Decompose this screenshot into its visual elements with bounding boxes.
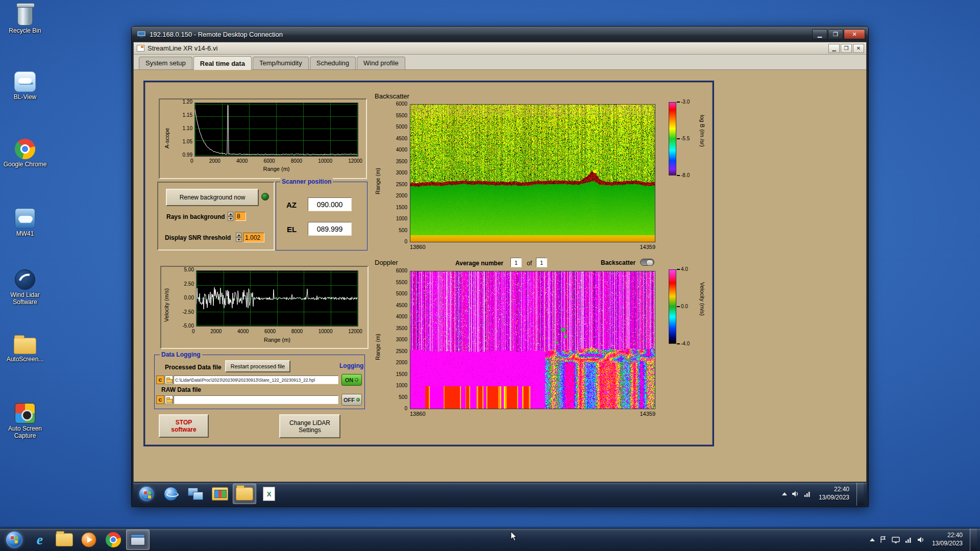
velocity-graph: Velocity (m/s) 5.002.500.00-2.50-5.00 02… <box>160 266 369 349</box>
desktop-icon-wind-lidar[interactable]: Wind Lidar Software <box>1 269 49 306</box>
processed-path-field[interactable]: C:\Lidar\Data\Proc\2023\202309\20230913\… <box>174 375 338 384</box>
tray-chevron-icon[interactable] <box>870 538 875 541</box>
remote-show-desktop-button[interactable] <box>856 483 864 506</box>
tab-wind-profile[interactable]: Wind profile <box>357 57 405 69</box>
backscatter-y-tick: 5000 <box>396 124 407 130</box>
change-lidar-settings-button[interactable]: Change LiDAR Settings <box>279 414 340 438</box>
az-value-field[interactable]: 090.000 <box>308 197 352 211</box>
raw-browse-folder-icon[interactable] <box>165 395 173 404</box>
average-number-label: Average number <box>455 260 503 267</box>
rays-value-field[interactable]: 8 <box>235 212 246 221</box>
taskbar-clock[interactable]: 22:40 13/09/2023 <box>932 532 963 547</box>
ascope-x-ticks: 020004000600080001000012000 <box>190 158 362 164</box>
processed-data-file-label: Processed Data file <box>165 364 222 371</box>
remote-start-button[interactable] <box>139 487 154 501</box>
processed-drive-box[interactable]: C <box>156 375 164 384</box>
velocity-x-tick: 12000 <box>348 329 362 334</box>
app-titlebar[interactable]: StreamLine XR v14-6.vi ▁ ❐ ✕ <box>134 42 866 55</box>
app-close-button[interactable]: ✕ <box>853 44 864 53</box>
remote-taskbar-excel[interactable]: X <box>257 484 281 504</box>
processed-logging-toggle[interactable]: ON <box>341 374 362 386</box>
raw-logging-toggle[interactable]: OFF <box>341 394 362 406</box>
network-icon[interactable] <box>904 536 913 544</box>
doppler-colorbar-tick: 4.0 <box>677 266 688 272</box>
remote-taskbar-system[interactable] <box>184 484 207 504</box>
tray-chevron-icon[interactable] <box>782 492 787 495</box>
velocity-y-tick: -5.00 <box>182 323 194 329</box>
velocity-y-ticks: 5.002.500.00-2.50-5.00 <box>177 267 194 329</box>
rdp-client-area: StreamLine XR v14-6.vi ▁ ❐ ✕ System setu… <box>132 42 868 507</box>
taskbar-media-player[interactable] <box>77 530 101 550</box>
logging-label: Logging <box>339 362 363 369</box>
backscatter-y-tick: 0 <box>404 239 407 244</box>
taskbar-internet-explorer[interactable]: e <box>28 530 52 550</box>
el-value-field[interactable]: 089.999 <box>308 222 352 236</box>
tab-real-time-data[interactable]: Real time data <box>193 56 252 70</box>
dual-monitor-icon <box>188 488 203 500</box>
taskbar-chrome[interactable] <box>102 530 125 550</box>
doppler-y-tick: 3000 <box>396 337 407 342</box>
processed-browse-folder-icon[interactable] <box>165 375 173 384</box>
backscatter-x-ticks: 13860 14359 <box>410 244 655 250</box>
remote-taskbar-explorer[interactable] <box>233 484 256 504</box>
remote-taskbar-libraries[interactable] <box>208 484 232 504</box>
of-label: of <box>527 260 532 267</box>
taskbar-file-explorer[interactable] <box>53 530 76 550</box>
volume-icon[interactable] <box>917 536 925 544</box>
average-number-field[interactable]: 1 <box>510 258 522 267</box>
desktop-icon-label: Google Chrome <box>1 161 49 168</box>
raw-drive-box[interactable]: C <box>156 395 164 404</box>
start-button[interactable] <box>6 532 22 548</box>
remote-taskbar-browser[interactable] <box>159 484 183 504</box>
desktop-icon-label: AutoScreen... <box>1 356 49 363</box>
backscatter-plot-area <box>410 104 655 242</box>
snr-stepper[interactable] <box>236 233 241 242</box>
ascope-y-tick: 1.05 <box>183 139 192 144</box>
restart-processed-file-button[interactable]: Restart processed file <box>225 360 290 372</box>
doppler-y-tick: 500 <box>399 395 407 400</box>
rdp-window-icon <box>137 31 146 38</box>
volume-icon[interactable] <box>791 490 799 498</box>
ascope-graph: A-scope 1.201.151.101.050.99 02000400060… <box>159 98 367 179</box>
ascope-y-tick: 0.99 <box>183 153 192 158</box>
remote-clock[interactable]: 22:40 13/09/2023 <box>819 486 849 502</box>
backscatter-view-toggle[interactable] <box>640 259 654 266</box>
rdp-close-button[interactable]: ✕ <box>844 29 865 39</box>
rdp-minimize-button[interactable]: ▁ <box>812 29 827 39</box>
stop-software-button[interactable]: STOP software <box>159 414 209 438</box>
snr-threshold-label: Display SNR threshold <box>165 234 231 241</box>
snr-value-field[interactable]: 1.002 <box>243 233 264 242</box>
tab-temp-humidity[interactable]: Temp/humidity <box>253 57 309 69</box>
excel-file-icon: X <box>263 487 275 501</box>
desktop-icon-auto-screen-capture[interactable]: Auto Screen Capture <box>1 403 49 440</box>
ascope-plot-canvas <box>195 103 358 156</box>
desktop-icon-recycle-bin[interactable]: Recycle Bin <box>1 5 49 35</box>
ascope-x-tick: 12000 <box>348 158 362 164</box>
rdp-window: 192.168.0.150 - Remote Desktop Connectio… <box>131 26 869 507</box>
show-desktop-button[interactable] <box>970 529 977 551</box>
action-center-flag-icon[interactable] <box>879 536 887 544</box>
recycle-bin-icon <box>17 5 33 26</box>
desktop-icon-google-chrome[interactable]: Google Chrome <box>1 139 49 168</box>
renew-background-button[interactable]: Renew background now <box>166 189 259 206</box>
display-tray-icon[interactable] <box>891 536 900 544</box>
taskbar-rdp-window[interactable] <box>126 530 150 550</box>
el-label: EL <box>287 225 297 234</box>
rdp-titlebar[interactable]: 192.168.0.150 - Remote Desktop Connectio… <box>132 27 868 42</box>
desktop-icon-autoscreen[interactable]: AutoScreen... <box>1 338 49 363</box>
tab-scheduling[interactable]: Scheduling <box>310 57 356 69</box>
velocity-x-axis-label: Range (m) <box>196 337 358 343</box>
app-minimize-button[interactable]: ▁ <box>828 44 840 53</box>
velocity-plot-area <box>196 270 358 327</box>
average-total-field[interactable]: 1 <box>536 258 547 267</box>
ascope-y-ticks: 1.201.151.101.050.99 <box>177 99 192 158</box>
raw-path-field[interactable] <box>174 395 338 404</box>
rdp-maximize-button[interactable]: ❐ <box>828 29 843 39</box>
rays-stepper[interactable] <box>228 212 233 221</box>
app-restore-button[interactable]: ❐ <box>841 44 852 53</box>
desktop-icon-bl-view[interactable]: BL-View <box>1 71 49 101</box>
backscatter-colorbar-tick: -5.5 <box>677 136 690 141</box>
desktop-icon-mw41[interactable]: MW41 <box>1 208 49 238</box>
network-icon[interactable] <box>803 490 812 498</box>
tab-system-setup[interactable]: System setup <box>139 57 192 69</box>
